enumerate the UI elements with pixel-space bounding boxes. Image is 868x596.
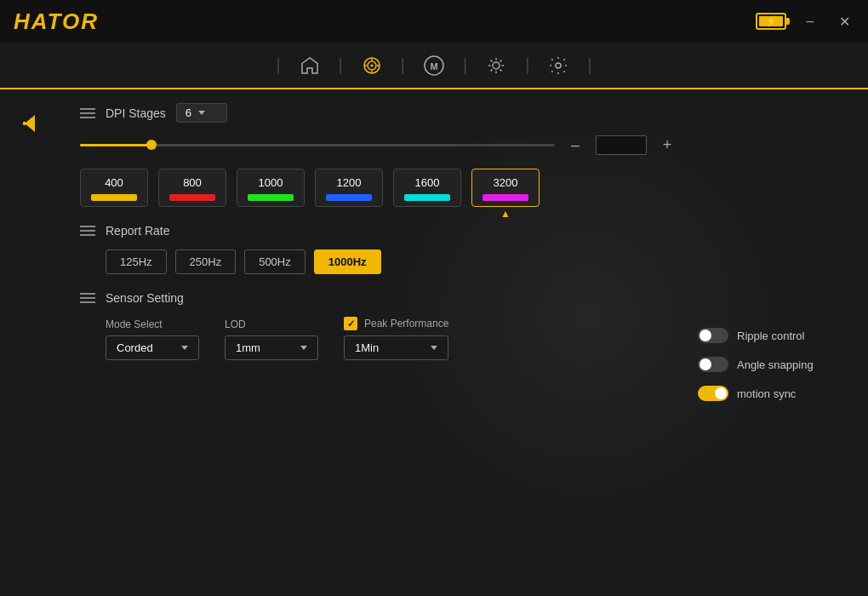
macro-icon: M (423, 54, 445, 77)
dpi-color-bar-800 (169, 194, 215, 201)
nav-settings[interactable] (540, 47, 577, 84)
dpi-card-value-1000: 1000 (259, 176, 283, 189)
nav-macro[interactable]: M (415, 47, 453, 84)
content-area: DPI Stages 6 – 3200 + 400 (0, 89, 868, 596)
dpi-card-800[interactable]: 800 (158, 169, 226, 207)
dpi-card-value-1200: 1200 (337, 176, 362, 189)
dpi-value-input[interactable]: 3200 (596, 135, 647, 155)
dpi-color-bar-400 (91, 194, 137, 201)
report-rate-header: Report Rate (80, 224, 677, 238)
motion-sync-toggle[interactable] (698, 386, 728, 401)
dpi-plus-button[interactable]: + (657, 135, 677, 155)
dpi-minus-button[interactable]: – (565, 135, 585, 155)
rate-btn-125-hz[interactable]: 125Hz (106, 249, 167, 274)
sidebar (0, 89, 60, 596)
dpi-menu-icon[interactable] (80, 108, 95, 118)
dpi-card-1200[interactable]: 1200 (315, 169, 383, 207)
stages-dropdown-arrow (198, 111, 205, 115)
angle-snapping-toggle[interactable] (698, 357, 728, 372)
nav-target[interactable] (353, 47, 391, 84)
nav-sep-3: | (401, 55, 405, 75)
mode-select-group: Mode Select Corded (106, 318, 199, 360)
svg-point-18 (556, 63, 561, 68)
rate-btn-1000-hz[interactable]: 1000Hz (314, 249, 381, 274)
peak-performance-group: Peak Performance 1Min (344, 317, 448, 360)
mode-select-dropdown[interactable]: Corded (106, 335, 199, 360)
back-button[interactable] (13, 106, 47, 140)
peak-time-value: 1Min (355, 341, 379, 354)
nav-sep-5: | (525, 55, 529, 75)
svg-point-9 (493, 62, 500, 69)
dpi-card-arrow: ▲ (500, 208, 511, 220)
motion-sync-knob (715, 387, 727, 399)
mode-dropdown-arrow (181, 346, 188, 350)
report-rate-section: Report Rate 125Hz250Hz500Hz1000Hz (80, 224, 677, 274)
dpi-card-3200[interactable]: 3200 ▲ (471, 169, 540, 207)
dpi-card-400[interactable]: 400 (80, 169, 148, 207)
svg-text:M: M (430, 61, 437, 72)
sensor-row: Mode Select Corded LOD 1mm (106, 317, 677, 360)
lod-value: 1mm (236, 341, 260, 354)
nav-lighting[interactable] (477, 47, 515, 84)
ripple-knob (700, 330, 711, 341)
dpi-section-header: DPI Stages 6 (80, 103, 677, 123)
lod-dropdown-arrow (300, 346, 307, 350)
svg-rect-20 (23, 122, 26, 125)
dpi-card-value-3200: 3200 (494, 176, 518, 189)
svg-point-2 (370, 64, 373, 66)
dpi-color-bar-1200 (326, 194, 372, 201)
report-rate-menu-icon[interactable] (80, 226, 95, 236)
lod-dropdown[interactable]: 1mm (225, 335, 318, 360)
dpi-title: DPI Stages (106, 106, 166, 120)
peak-performance-checkbox[interactable] (344, 317, 357, 330)
brightness-icon (485, 54, 507, 77)
dpi-card-1600[interactable]: 1600 (393, 169, 461, 207)
angle-snapping-row: Angle snapping (698, 357, 868, 372)
nav-sep-6: | (587, 55, 591, 75)
dpi-stages-row: 400 800 1000 1200 1600 3200 ▲ (80, 169, 677, 207)
lod-label: LOD (225, 318, 318, 330)
nav-sep-2: | (339, 55, 343, 75)
angle-snapping-knob (700, 358, 711, 370)
angle-snapping-label: Angle snapping (737, 358, 814, 371)
battery-bolt: ⚡ (765, 15, 778, 27)
sensor-header: Sensor Setting (80, 291, 677, 305)
dpi-card-value-400: 400 (105, 176, 123, 189)
target-icon (361, 54, 383, 77)
svg-line-16 (500, 60, 502, 61)
dpi-slider-container: – 3200 + (80, 135, 677, 155)
peak-time-dropdown[interactable]: 1Min (344, 335, 448, 360)
dpi-slider-thumb[interactable] (146, 140, 157, 150)
dpi-stages-value: 6 (186, 106, 191, 119)
close-button[interactable]: ✕ (834, 11, 854, 32)
nav-home[interactable] (291, 47, 328, 84)
peak-performance-label: Peak Performance (364, 318, 448, 330)
dpi-stages-select[interactable]: 6 (176, 103, 227, 123)
dpi-color-bar-1600 (404, 194, 450, 201)
dpi-color-bar-1000 (248, 194, 294, 201)
rate-btn-250-hz[interactable]: 250Hz (175, 249, 237, 274)
dpi-section: DPI Stages 6 – 3200 + 400 (80, 103, 677, 207)
dpi-card-1000[interactable]: 1000 (237, 169, 305, 207)
app-logo: HATOR (14, 9, 99, 35)
dpi-color-bar-3200 (483, 194, 528, 201)
nav-sep-1: | (276, 55, 280, 75)
rate-btn-500-hz[interactable]: 500Hz (244, 249, 306, 274)
minimize-button[interactable]: – (800, 11, 820, 32)
ripple-control-row: Ripple control (698, 328, 868, 343)
sensor-title: Sensor Setting (106, 291, 184, 305)
ripple-control-toggle[interactable] (698, 328, 728, 343)
lod-group: LOD 1mm (225, 318, 318, 360)
dpi-slider-track[interactable] (80, 144, 555, 146)
titlebar: HATOR ⚡ – ✕ (0, 0, 868, 43)
sensor-section: Sensor Setting Mode Select Corded LOD 1m… (80, 291, 677, 360)
sensor-menu-icon[interactable] (80, 293, 95, 303)
mode-label: Mode Select (106, 318, 199, 330)
nav-sep-4: | (463, 55, 467, 75)
svg-line-15 (500, 69, 502, 71)
battery-icon: ⚡ (756, 13, 786, 30)
peak-label-row: Peak Performance (344, 317, 448, 330)
svg-line-14 (491, 60, 493, 61)
dpi-slider-fill (80, 144, 151, 146)
dpi-card-value-800: 800 (183, 176, 202, 189)
